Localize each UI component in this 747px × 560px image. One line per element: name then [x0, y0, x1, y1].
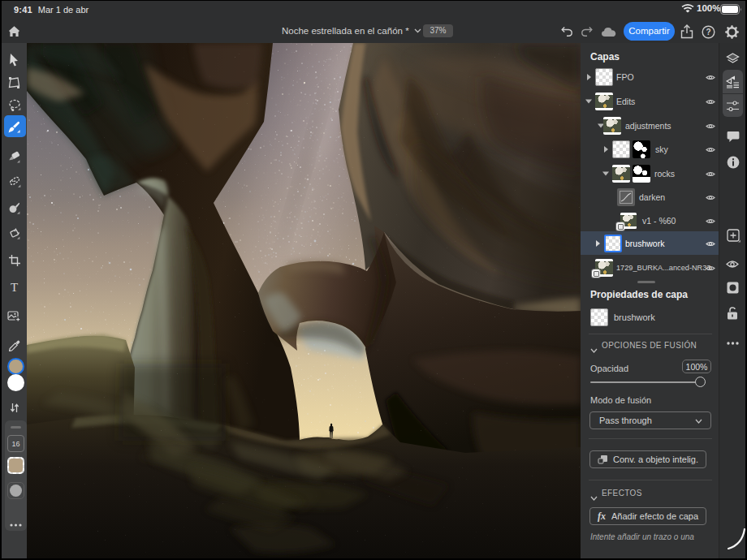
svg-text:T: T [11, 282, 18, 293]
svg-text:?: ? [706, 28, 710, 37]
